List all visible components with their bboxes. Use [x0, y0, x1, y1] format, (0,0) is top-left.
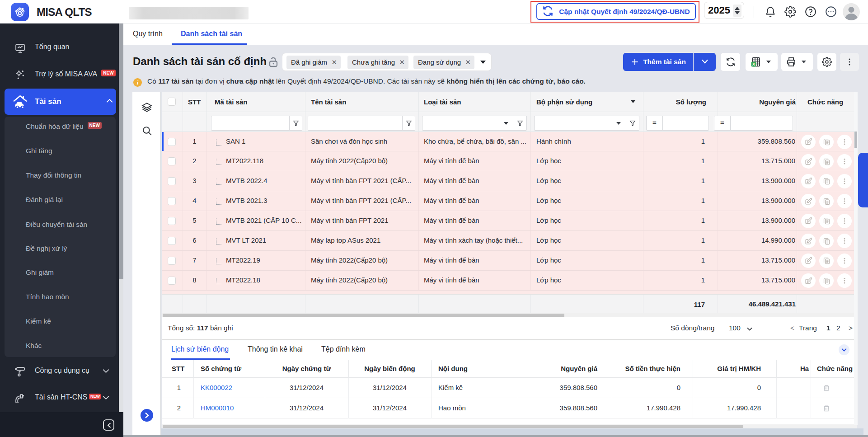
svg-text:X: X [752, 62, 755, 66]
